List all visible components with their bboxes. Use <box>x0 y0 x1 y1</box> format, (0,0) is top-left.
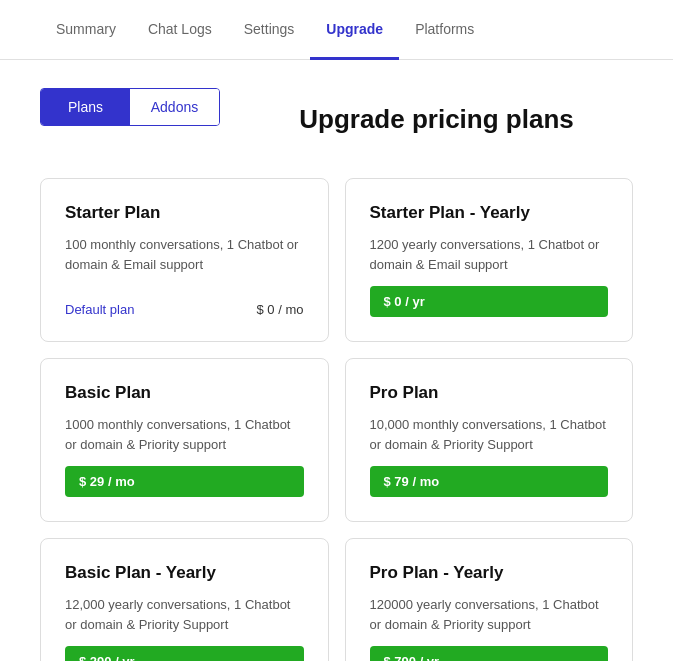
price-badge-basic-yearly[interactable]: $ 290 / yr <box>65 646 304 661</box>
plan-card-pro: Pro Plan10,000 monthly conversations, 1 … <box>345 358 634 522</box>
plan-name-pro-yearly: Pro Plan - Yearly <box>370 563 609 583</box>
plan-desc-basic-yearly: 12,000 yearly conversations, 1 Chatbot o… <box>65 595 304 634</box>
header-row: Plans Addons Upgrade pricing plans <box>40 88 633 150</box>
plan-name-pro: Pro Plan <box>370 383 609 403</box>
plan-desc-starter: 100 monthly conversations, 1 Chatbot or … <box>65 235 304 274</box>
price-badge-pro[interactable]: $ 79 / mo <box>370 466 609 497</box>
nav-item-summary[interactable]: Summary <box>40 1 132 60</box>
plan-footer-starter: Default plan$ 0 / mo <box>65 302 304 317</box>
price-badge-pro-yearly[interactable]: $ 790 / yr <box>370 646 609 661</box>
price-text-starter: $ 0 / mo <box>257 302 304 317</box>
plan-card-starter-yearly: Starter Plan - Yearly1200 yearly convers… <box>345 178 634 342</box>
plan-name-basic: Basic Plan <box>65 383 304 403</box>
nav-item-chat-logs[interactable]: Chat Logs <box>132 1 228 60</box>
plan-name-basic-yearly: Basic Plan - Yearly <box>65 563 304 583</box>
main-content: Plans Addons Upgrade pricing plans Start… <box>0 60 673 661</box>
plan-card-basic-yearly: Basic Plan - Yearly12,000 yearly convers… <box>40 538 329 661</box>
page-title-area: Upgrade pricing plans <box>240 104 633 135</box>
plan-name-starter-yearly: Starter Plan - Yearly <box>370 203 609 223</box>
top-nav: Summary Chat Logs Settings Upgrade Platf… <box>0 0 673 60</box>
price-badge-basic[interactable]: $ 29 / mo <box>65 466 304 497</box>
plans-grid: Starter Plan100 monthly conversations, 1… <box>40 178 633 661</box>
plan-card-pro-yearly: Pro Plan - Yearly120000 yearly conversat… <box>345 538 634 661</box>
plan-desc-pro-yearly: 120000 yearly conversations, 1 Chatbot o… <box>370 595 609 634</box>
plan-desc-basic: 1000 monthly conversations, 1 Chatbot or… <box>65 415 304 454</box>
plan-card-starter: Starter Plan100 monthly conversations, 1… <box>40 178 329 342</box>
plan-name-starter: Starter Plan <box>65 203 304 223</box>
plan-toggle-group: Plans Addons <box>40 88 220 126</box>
plan-desc-pro: 10,000 monthly conversations, 1 Chatbot … <box>370 415 609 454</box>
price-badge-starter-yearly[interactable]: $ 0 / yr <box>370 286 609 317</box>
default-plan-link-starter[interactable]: Default plan <box>65 302 134 317</box>
toggle-group-container: Plans Addons <box>40 88 240 150</box>
plans-toggle-button[interactable]: Plans <box>41 89 130 125</box>
nav-item-settings[interactable]: Settings <box>228 1 311 60</box>
nav-item-upgrade[interactable]: Upgrade <box>310 1 399 60</box>
addons-toggle-button[interactable]: Addons <box>130 89 219 125</box>
page-title: Upgrade pricing plans <box>240 104 633 135</box>
plan-desc-starter-yearly: 1200 yearly conversations, 1 Chatbot or … <box>370 235 609 274</box>
nav-item-platforms[interactable]: Platforms <box>399 1 490 60</box>
plan-card-basic: Basic Plan1000 monthly conversations, 1 … <box>40 358 329 522</box>
